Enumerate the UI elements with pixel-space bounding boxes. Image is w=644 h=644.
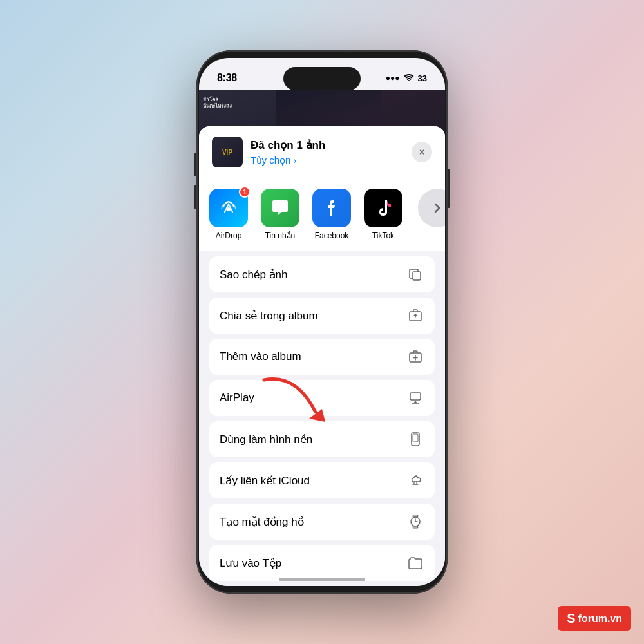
svg-rect-5 bbox=[410, 393, 421, 400]
dynamic-island bbox=[283, 67, 361, 90]
add-album-icon bbox=[406, 348, 424, 366]
close-button[interactable]: × bbox=[412, 142, 432, 162]
action-label-share-album: Chia sẻ trong album bbox=[220, 309, 318, 323]
app-item-more[interactable] bbox=[418, 189, 445, 227]
svg-rect-2 bbox=[413, 272, 421, 280]
action-label-airplay: AirPlay bbox=[220, 392, 254, 404]
more-apps-icon bbox=[418, 189, 445, 227]
battery-icon: 33 bbox=[418, 73, 427, 83]
status-icons: ●●● 33 bbox=[386, 73, 427, 83]
action-label-copy: Sao chép ảnh bbox=[220, 268, 287, 281]
facebook-label: Facebook bbox=[315, 231, 349, 240]
app-row: 1 AirDrop Tin nhắn bbox=[199, 178, 445, 251]
messages-label: Tin nhắn bbox=[265, 231, 296, 240]
action-label-icloud-link: Lấy liên kết iCloud bbox=[220, 474, 310, 488]
share-header: VIP Đã chọn 1 ảnh Tùy chọn › × bbox=[199, 126, 445, 178]
phone-frame: 8:38 ●●● 33 bbox=[196, 50, 448, 594]
header-thumbnail: VIP bbox=[212, 137, 243, 167]
messages-icon bbox=[261, 189, 299, 227]
svg-rect-7 bbox=[413, 434, 418, 442]
action-dung-lam-hinh-nen[interactable]: Dùng làm hình nền bbox=[209, 421, 435, 457]
app-item-messages[interactable]: Tin nhắn bbox=[261, 189, 299, 240]
share-sheet: VIP Đã chọn 1 ảnh Tùy chọn › × bbox=[199, 126, 445, 586]
header-subtitle[interactable]: Tùy chọn › bbox=[251, 155, 404, 166]
copy-icon bbox=[406, 265, 424, 283]
power-button[interactable] bbox=[448, 169, 450, 208]
action-label-watch-face: Tạo mặt đồng hồ bbox=[220, 515, 304, 529]
volume-down-button[interactable] bbox=[194, 185, 196, 209]
action-label-save-files: Lưu vào Tệp bbox=[220, 556, 281, 570]
svg-point-0 bbox=[408, 80, 410, 81]
header-text-area: Đã chọn 1 ảnh Tùy chọn › bbox=[251, 138, 404, 166]
airplay-icon bbox=[406, 389, 424, 407]
airdrop-badge: 1 bbox=[239, 186, 251, 198]
airdrop-label: AirDrop bbox=[216, 231, 242, 240]
home-indicator bbox=[279, 578, 365, 581]
volume-up-button[interactable] bbox=[194, 153, 196, 176]
action-airplay[interactable]: AirPlay bbox=[209, 380, 435, 416]
action-list: Sao chép ảnh Chia sẻ trong album bbox=[199, 256, 445, 586]
phone-screen: 8:38 ●●● 33 bbox=[199, 58, 445, 586]
app-item-facebook[interactable]: Facebook bbox=[312, 189, 351, 240]
tiktok-icon bbox=[364, 189, 402, 227]
watch-face-icon bbox=[406, 513, 424, 531]
action-them-vao-album[interactable]: Thêm vào album bbox=[209, 339, 435, 375]
action-luu-vao-tep[interactable]: Lưu vào Tệp bbox=[209, 545, 435, 581]
action-sao-chep-anh[interactable]: Sao chép ảnh bbox=[209, 256, 435, 292]
tuy-chon-label[interactable]: Tùy chọn bbox=[251, 155, 290, 166]
status-time: 8:38 bbox=[217, 72, 237, 84]
header-thumb-vip-text: VIP bbox=[222, 149, 232, 156]
forum-s-letter: S bbox=[567, 611, 575, 626]
action-chia-se-album[interactable]: Chia sẻ trong album bbox=[209, 298, 435, 334]
action-label-wallpaper: Dùng làm hình nền bbox=[220, 433, 312, 446]
icloud-link-icon bbox=[406, 471, 424, 489]
action-label-add-album: Thêm vào album bbox=[220, 350, 301, 363]
airdrop-icon: 1 bbox=[209, 189, 248, 227]
forum-text: forum.vn bbox=[578, 613, 622, 625]
facebook-icon bbox=[312, 189, 351, 227]
app-item-airdrop[interactable]: 1 AirDrop bbox=[209, 189, 248, 240]
app-item-tiktok[interactable]: TikTok bbox=[364, 189, 402, 240]
action-lay-lien-ket-icloud[interactable]: Lấy liên kết iCloud bbox=[209, 462, 435, 498]
close-icon: × bbox=[419, 147, 424, 157]
signal-icon: ●●● bbox=[386, 73, 400, 82]
action-tao-mat-dong-ho[interactable]: Tạo mặt đồng hồ bbox=[209, 504, 435, 540]
chevron-right-icon: › bbox=[293, 155, 296, 166]
share-album-icon bbox=[406, 307, 424, 325]
save-files-icon bbox=[406, 554, 424, 572]
header-title: Đã chọn 1 ảnh bbox=[251, 138, 404, 152]
wifi-icon bbox=[404, 73, 414, 83]
forum-badge: S forum.vn bbox=[558, 606, 631, 631]
wallpaper-icon bbox=[406, 430, 424, 448]
tiktok-label: TikTok bbox=[372, 231, 394, 240]
